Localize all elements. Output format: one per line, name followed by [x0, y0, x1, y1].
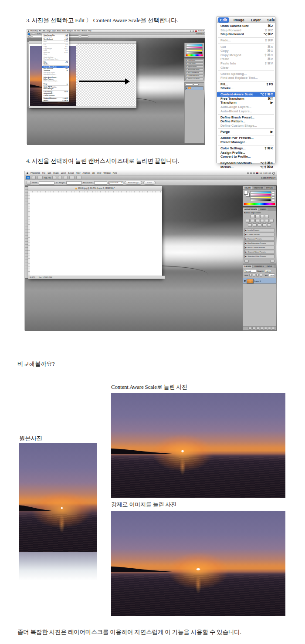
panel-tab-adjustments[interactable]: ADJUSTMENTS — [243, 208, 258, 211]
eye-icon[interactable] — [244, 280, 246, 282]
trash-icon[interactable] — [272, 327, 275, 330]
opacity-field[interactable]: 100% — [265, 269, 271, 273]
preset-group-channel-mixer-presets[interactable]: ▶Channel Mixer Presets — [244, 250, 274, 254]
panel-tab-layers[interactable]: LAYERS — [243, 265, 252, 268]
menubar-item-image[interactable]: Image — [47, 30, 51, 32]
front-image-button[interactable]: Front Image — [125, 181, 142, 185]
preset-group-selective-color-presets[interactable]: ▶Selective Color Presets — [185, 78, 203, 80]
menu-item-menus[interactable]: Menus...⌥⇧⌘M — [42, 100, 69, 101]
menu-item-stroke[interactable]: Stroke... — [42, 63, 69, 65]
preset-group-selective-color-presets[interactable]: ▶Selective Color Presets — [244, 254, 274, 258]
height-input[interactable] — [66, 181, 82, 185]
levels-icon[interactable] — [255, 215, 259, 218]
layer-style-icon[interactable] — [252, 327, 255, 330]
new-group-icon[interactable] — [264, 327, 267, 330]
menubar-item-photoshop[interactable]: Photoshop — [30, 172, 40, 174]
preset-group-exposure-presets[interactable]: ▶Exposure Presets — [244, 237, 274, 241]
menubar-item-edit[interactable]: Edit — [43, 30, 45, 32]
layer-row[interactable]: Layer 0 — [243, 278, 276, 284]
menubar-item-select[interactable]: Select — [68, 172, 74, 174]
opacity-field[interactable] — [193, 84, 199, 86]
menubar-item-photoshop[interactable]: Photoshop — [30, 30, 38, 32]
preset-group-levels-presets[interactable]: ▶Levels Presets — [244, 228, 274, 232]
menu-item-preset-manager[interactable]: Preset Manager... — [217, 140, 275, 145]
fill-field[interactable]: 100% — [269, 273, 275, 277]
bridge-icon[interactable] — [32, 176, 36, 179]
preset-group-curves-presets[interactable]: ▶Curves Presets — [244, 233, 274, 236]
menu-item-menus[interactable]: Menus...⌥⇧⌘M — [217, 165, 275, 169]
yellow-slider[interactable] — [186, 49, 203, 51]
add-mask-icon[interactable] — [256, 327, 259, 330]
magenta-slider[interactable] — [250, 194, 271, 196]
menubar-item-select[interactable]: Select — [265, 17, 275, 23]
cyan-slider[interactable] — [250, 191, 271, 193]
exposure-icon[interactable] — [265, 215, 269, 218]
menubar-item-image[interactable]: Image — [232, 17, 246, 23]
panel-tab-paths[interactable]: PATHS — [265, 265, 274, 268]
menubar-item-select[interactable]: Select — [57, 30, 61, 32]
curves-icon[interactable] — [260, 215, 264, 218]
clear-button[interactable] — [81, 35, 88, 38]
panel-expand-icon[interactable] — [244, 260, 249, 263]
new-layer-icon[interactable] — [268, 327, 271, 330]
front-image-button[interactable] — [68, 35, 79, 38]
menu-item-keyboard-shortcuts[interactable]: Keyboard Shortcuts...⌥⇧⌘K — [217, 161, 275, 165]
panel-tab-styles[interactable]: STYLES — [265, 186, 274, 189]
menubar-item-layer[interactable]: Layer — [61, 172, 66, 174]
panel-tab-channels[interactable]: CHANNELS — [253, 265, 265, 268]
new-fill-layer-icon[interactable] — [260, 327, 263, 330]
preset-group-channel-mixer-presets[interactable]: ▶Channel Mixer Presets — [185, 74, 203, 77]
menubar-item-filter[interactable]: Filter — [76, 172, 80, 174]
menu-item-stroke[interactable]: Stroke... — [217, 86, 275, 91]
width-input[interactable] — [39, 181, 54, 185]
color-spectrum-bar[interactable] — [186, 54, 203, 56]
menubar-item-image[interactable]: Image — [53, 172, 59, 174]
blend-mode-select[interactable] — [185, 84, 193, 86]
rotate-view-icon[interactable] — [64, 176, 68, 179]
yellow-slider[interactable] — [250, 196, 271, 199]
blend-mode-select[interactable]: Normal — [244, 269, 256, 273]
spotlight-search-icon[interactable] — [272, 172, 275, 175]
menu-item-fill[interactable]: Fill...⇧F5 — [217, 82, 275, 87]
preset-group-hue-saturation-presets[interactable]: ▶Hue/Saturation Presets — [244, 241, 274, 245]
menubar-item-file[interactable]: File — [39, 30, 42, 32]
preset-group-levels-presets[interactable]: ▶Levels Presets — [185, 59, 203, 62]
menu-item-undo-canvas-size[interactable]: Undo Canvas Size⌘Z — [217, 24, 275, 28]
clip-to-layer-icon[interactable] — [270, 260, 274, 263]
menu-item-preset-manager[interactable]: Preset Manager... — [42, 88, 69, 90]
layer-row[interactable] — [185, 86, 203, 90]
crop-tool-icon[interactable] — [27, 181, 31, 185]
menu-item-assign-profile[interactable]: Assign Profile... — [217, 151, 275, 155]
panel-tab-swatches[interactable]: SWATCHES — [252, 186, 264, 189]
tool-preset-icon[interactable] — [28, 35, 31, 38]
black-white-icon[interactable] — [260, 219, 264, 223]
lock-transparency-icon[interactable] — [249, 274, 252, 276]
foreground-background-swatches[interactable] — [244, 191, 249, 197]
bluetooth-icon[interactable] — [247, 172, 249, 174]
menu-item-step-backward[interactable]: Step Backward⌥⌘Z — [42, 38, 69, 40]
swap-dimensions-icon[interactable]: ⇄ — [56, 182, 58, 184]
menubar-item-filter[interactable]: Filter — [62, 30, 66, 32]
menubar-item-analysis[interactable]: Analysis — [83, 172, 90, 174]
menubar-item-view[interactable]: View — [97, 172, 102, 174]
brightness-contrast-icon[interactable] — [251, 215, 254, 218]
menu-item-purge[interactable]: Purge▶ — [42, 83, 69, 85]
menubar-item-help[interactable]: Help — [113, 172, 117, 174]
menu-item-content-aware-scale[interactable]: Content-Aware Scale⌥⇧⌘C — [217, 92, 275, 97]
vibrance-icon[interactable] — [246, 219, 250, 223]
zoom-level[interactable]: 66.7% — [44, 176, 51, 179]
screen-mode-icon[interactable] — [76, 176, 81, 179]
workspace-switcher[interactable]: ESSENTIALS — [196, 33, 204, 35]
menu-item-purge[interactable]: Purge▶ — [217, 130, 275, 134]
menubar-item-edit[interactable]: Edit — [47, 172, 51, 174]
menu-item-transform[interactable]: Transform▶ — [217, 101, 275, 105]
color-spectrum-bar[interactable] — [244, 203, 275, 205]
eye-icon[interactable] — [186, 88, 187, 89]
view-extras-icon[interactable] — [37, 176, 43, 179]
preset-group-curves-presets[interactable]: ▶Curves Presets — [185, 62, 203, 65]
menu-item-define-brush-preset[interactable]: Define Brush Preset... — [217, 115, 275, 120]
selective-color-icon[interactable] — [267, 223, 271, 227]
lock-position-icon[interactable] — [256, 274, 259, 276]
preset-group-exposure-presets[interactable]: ▶Exposure Presets — [185, 65, 203, 68]
lock-pixels-icon[interactable] — [253, 274, 255, 276]
